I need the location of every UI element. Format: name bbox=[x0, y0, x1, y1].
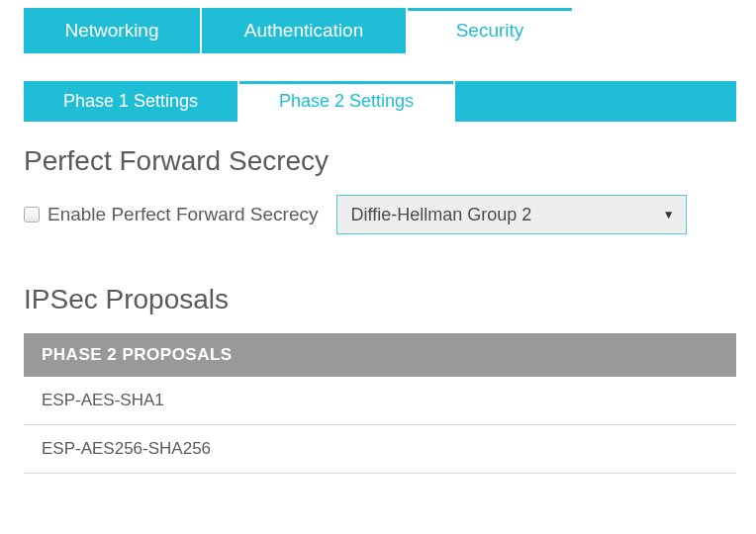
tab-networking[interactable]: Networking bbox=[24, 8, 200, 53]
dh-group-select[interactable]: Diffie-Hellman Group 2 bbox=[336, 195, 687, 234]
enable-pfs-checkbox[interactable] bbox=[24, 207, 40, 222]
proposals-table-header: PHASE 2 PROPOSALS bbox=[24, 333, 736, 377]
table-row[interactable]: ESP-AES256-SHA256 bbox=[24, 425, 736, 474]
enable-pfs-label: Enable Perfect Forward Secrecy bbox=[47, 204, 319, 225]
pfs-checkbox-wrap: Enable Perfect Forward Secrecy bbox=[24, 204, 319, 225]
tab-authentication[interactable]: Authentication bbox=[202, 8, 406, 53]
tab-phase2-settings[interactable]: Phase 2 Settings bbox=[239, 81, 453, 122]
secondary-tabs: Phase 1 Settings Phase 2 Settings bbox=[24, 81, 736, 122]
tab-security[interactable]: Security bbox=[408, 8, 572, 53]
tab-phase1-settings[interactable]: Phase 1 Settings bbox=[24, 81, 237, 122]
tab-spacer bbox=[455, 81, 736, 122]
table-row[interactable]: ESP-AES-SHA1 bbox=[24, 377, 736, 425]
dh-group-selected-value: Diffie-Hellman Group 2 bbox=[351, 205, 532, 225]
dh-group-select-wrap: Diffie-Hellman Group 2 ▼ bbox=[336, 195, 687, 234]
primary-tabs: Networking Authentication Security bbox=[24, 8, 736, 53]
ipsec-heading: IPSec Proposals bbox=[24, 284, 736, 315]
pfs-heading: Perfect Forward Secrecy bbox=[24, 145, 736, 177]
pfs-row: Enable Perfect Forward Secrecy Diffie-He… bbox=[24, 195, 736, 234]
ipsec-section: IPSec Proposals PHASE 2 PROPOSALS ESP-AE… bbox=[24, 284, 736, 474]
